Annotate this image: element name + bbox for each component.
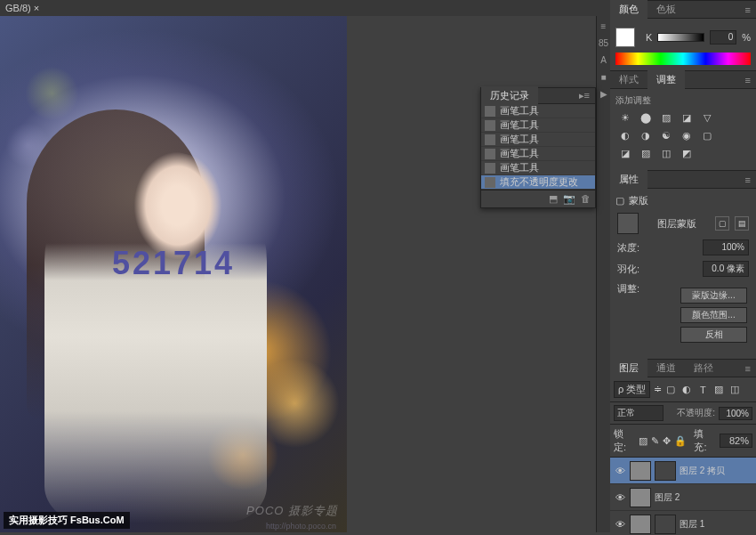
fill-label: 填充: bbox=[694, 427, 715, 454]
canvas-area[interactable]: POCO 摄影专题 http://photo.poco.cn 实用摄影技巧 Fs… bbox=[0, 16, 347, 532]
mask-subtab-icon[interactable]: ▢ bbox=[615, 195, 624, 207]
strip-icon[interactable]: ▶ bbox=[600, 89, 607, 99]
history-icon[interactable]: ⬒ bbox=[549, 193, 558, 205]
layer-row[interactable]: 👁图层 1 bbox=[610, 511, 756, 535]
history-step-label: 画笔工具 bbox=[500, 133, 539, 146]
lock-transparent-icon[interactable]: ▨ bbox=[639, 435, 647, 447]
layer-mask-thumbnail[interactable] bbox=[655, 461, 676, 481]
foreground-swatch[interactable] bbox=[615, 28, 635, 47]
layer-visibility-icon[interactable]: 👁 bbox=[614, 492, 626, 503]
strip-icon[interactable]: ≡ bbox=[601, 21, 607, 31]
tab-layers[interactable]: 图层 bbox=[610, 359, 647, 377]
filter-icon[interactable]: T bbox=[696, 383, 710, 397]
history-snapshot-icon[interactable]: 📷 bbox=[563, 193, 575, 205]
adjustment-icon[interactable]: ◑ bbox=[638, 129, 653, 142]
density-input[interactable]: 100% bbox=[703, 239, 749, 255]
history-item[interactable]: 填充不透明度更改 bbox=[481, 175, 595, 190]
opacity-input[interactable]: 100% bbox=[719, 407, 752, 420]
history-item[interactable]: 画笔工具 bbox=[481, 147, 595, 161]
blend-mode-row: 正常 不透明度: 100% bbox=[610, 402, 756, 425]
panel-menu-icon[interactable]: ≡ bbox=[740, 363, 756, 374]
history-item[interactable]: 画笔工具 bbox=[481, 133, 595, 147]
layer-row[interactable]: 👁图层 2 拷贝 bbox=[610, 458, 756, 484]
history-item[interactable]: 画笔工具 bbox=[481, 104, 595, 118]
filter-icon[interactable]: ◫ bbox=[728, 383, 742, 397]
strip-icon[interactable]: A bbox=[600, 55, 607, 65]
collapsed-panel-strip: ≡ 85 A ■ ▶ bbox=[596, 16, 610, 532]
tab-properties[interactable]: 属性 bbox=[610, 170, 647, 189]
color-spectrum[interactable] bbox=[615, 53, 751, 65]
adjustment-icon[interactable]: ▢ bbox=[699, 129, 714, 142]
adjustment-icon[interactable]: ▨ bbox=[658, 111, 673, 125]
adjustment-icon[interactable]: ☯ bbox=[658, 129, 673, 142]
layer-thumbnail[interactable] bbox=[630, 488, 651, 507]
feather-input[interactable]: 0.0 像素 bbox=[703, 261, 749, 277]
adjustment-icon[interactable]: ◉ bbox=[679, 129, 694, 142]
layer-name[interactable]: 图层 2 拷贝 bbox=[680, 465, 752, 477]
mask-edge-button[interactable]: 蒙版边缘... bbox=[680, 288, 747, 304]
canvas-image: POCO 摄影专题 http://photo.poco.cn 实用摄影技巧 Fs… bbox=[0, 16, 347, 532]
history-step-label: 画笔工具 bbox=[500, 118, 539, 132]
panel-menu-icon[interactable]: ≡ bbox=[740, 174, 756, 185]
layer-mask-thumbnail[interactable] bbox=[655, 515, 676, 534]
adjustment-icon[interactable]: ◪ bbox=[617, 147, 632, 160]
panel-menu-icon[interactable]: ▸≡ bbox=[574, 90, 595, 101]
adjustment-icon[interactable]: ☀ bbox=[617, 111, 632, 125]
mask-thumbnail[interactable] bbox=[617, 213, 639, 234]
filter-icon[interactable]: ◐ bbox=[680, 383, 694, 397]
layer-filter-select[interactable]: ρ 类型 bbox=[614, 381, 650, 398]
k-value[interactable]: 0 bbox=[710, 30, 736, 45]
layer-list: 👁图层 2 拷贝👁图层 2👁图层 1👁背景 拷贝👁背景🔒 bbox=[610, 458, 756, 535]
layer-name[interactable]: 图层 1 bbox=[680, 518, 752, 531]
color-panel-tabs: 颜色 色板 ≡ bbox=[610, 1, 756, 19]
right-panel-dock: 颜色 色板 ≡ K 0 % 样式 调整 ≡ 添加调整 ☀⬤▨◪▽◐◑☯◉▢◪▨◫… bbox=[610, 0, 756, 535]
history-item[interactable]: 画笔工具 bbox=[481, 161, 595, 175]
panel-menu-icon[interactable]: ≡ bbox=[740, 75, 756, 85]
tab-adjustments[interactable]: 调整 bbox=[647, 70, 685, 89]
layer-row[interactable]: 👁图层 2 bbox=[610, 484, 756, 511]
history-delete-icon[interactable]: 🗑 bbox=[581, 193, 591, 205]
strip-icon[interactable]: 85 bbox=[599, 38, 608, 48]
layers-filter-toolbar: ρ 类型 ≑ ▢ ◐ T ▨ ◫ bbox=[610, 377, 756, 402]
history-panel[interactable]: 历史记录 ▸≡ 画笔工具画笔工具画笔工具画笔工具画笔工具填充不透明度更改 ⬒ 📷… bbox=[480, 87, 596, 208]
tab-swatches[interactable]: 色板 bbox=[647, 0, 685, 19]
layer-visibility-icon[interactable]: 👁 bbox=[614, 466, 626, 476]
adjustment-icon[interactable]: ▽ bbox=[699, 111, 714, 125]
k-slider[interactable] bbox=[657, 33, 704, 42]
history-step-label: 画笔工具 bbox=[500, 161, 539, 174]
blend-mode-select[interactable]: 正常 bbox=[614, 405, 664, 421]
color-range-button[interactable]: 颜色范围... bbox=[680, 307, 747, 323]
history-step-label: 填充不透明度更改 bbox=[500, 175, 578, 189]
lock-position-icon[interactable]: ✥ bbox=[663, 435, 671, 447]
lock-all-icon[interactable]: 🔒 bbox=[674, 435, 687, 447]
layer-thumbnail[interactable] bbox=[630, 515, 651, 534]
tab-color[interactable]: 颜色 bbox=[610, 0, 647, 19]
document-tab[interactable]: GB/8) × bbox=[5, 3, 39, 13]
mask-subtab-label: 蒙版 bbox=[629, 194, 648, 207]
adjustment-icon[interactable]: ◐ bbox=[617, 129, 632, 142]
tab-styles[interactable]: 样式 bbox=[610, 70, 647, 89]
layers-panel: 图层 通道 路径 ≡ ρ 类型 ≑ ▢ ◐ T ▨ ◫ 正常 不透明度: 100… bbox=[610, 359, 756, 535]
layer-visibility-icon[interactable]: 👁 bbox=[614, 519, 626, 530]
lock-pixels-icon[interactable]: ✎ bbox=[651, 435, 659, 447]
tab-paths[interactable]: 路径 bbox=[685, 359, 722, 377]
adjustment-icon[interactable]: ◪ bbox=[679, 111, 694, 125]
pixel-mask-icon[interactable]: ▢ bbox=[715, 216, 729, 231]
history-item[interactable]: 画笔工具 bbox=[481, 118, 595, 133]
adjustment-icon[interactable]: ◩ bbox=[679, 147, 694, 160]
layer-name[interactable]: 图层 2 bbox=[655, 491, 752, 504]
tab-channels[interactable]: 通道 bbox=[647, 359, 685, 377]
invert-button[interactable]: 反相 bbox=[680, 327, 747, 343]
strip-icon[interactable]: ■ bbox=[600, 72, 606, 82]
adjustment-icon[interactable]: ⬤ bbox=[638, 111, 653, 125]
filter-icon[interactable]: ▢ bbox=[664, 383, 678, 397]
panel-menu-icon[interactable]: ≡ bbox=[740, 4, 756, 15]
adjustment-icon[interactable]: ▨ bbox=[638, 147, 653, 160]
tab-history[interactable]: 历史记录 bbox=[481, 86, 538, 105]
adjustment-icon[interactable]: ◫ bbox=[658, 147, 673, 160]
vector-mask-icon[interactable]: ▤ bbox=[735, 216, 749, 231]
filter-icon[interactable]: ▨ bbox=[712, 383, 726, 397]
history-list: 画笔工具画笔工具画笔工具画笔工具画笔工具填充不透明度更改 bbox=[481, 104, 595, 190]
layer-thumbnail[interactable] bbox=[630, 461, 651, 481]
fill-input[interactable]: 82% bbox=[720, 434, 752, 448]
